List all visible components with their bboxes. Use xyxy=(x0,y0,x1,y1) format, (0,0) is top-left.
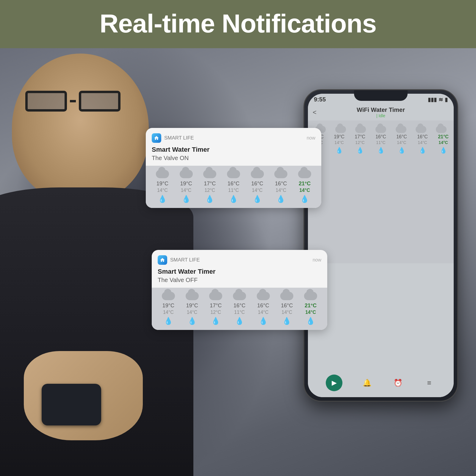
notif1-content: Smart Water Timer The Valve ON xyxy=(146,146,321,166)
notif1-app-row: SMART LIFE xyxy=(152,133,194,143)
fn-cloud-1 xyxy=(156,170,169,178)
bottom-play-button[interactable]: ▶ xyxy=(326,375,342,391)
notif2-header: SMART LIFE now xyxy=(152,250,327,268)
notification-card-2: SMART LIFE now Smart Water Timer The Val… xyxy=(152,250,327,330)
notif1-time: now xyxy=(307,135,315,141)
temp-high-6: 16°C xyxy=(415,134,430,140)
notif1-title: Smart Water Timer xyxy=(152,146,315,154)
fn2-cloud-5 xyxy=(257,292,270,300)
notif2-drops: 💧 💧 💧 💧 💧 💧 💧 xyxy=(156,317,322,325)
phone-screen: 9:55 ▮▮▮ ≋ ▮ < WiFi Water Timer | Idle xyxy=(308,94,454,397)
notif2-app-row: SMART LIFE xyxy=(158,255,200,265)
drop-4: 💧 xyxy=(374,147,388,154)
wifi-icon: ≋ xyxy=(439,96,443,103)
cloud-5 xyxy=(396,126,406,133)
phone-mockup: 9:55 ▮▮▮ ≋ ▮ < WiFi Water Timer | Idle xyxy=(303,89,458,402)
temp-low-6: 14°C xyxy=(415,140,430,145)
phone-temps-high: 19°C 19°C 17°C 16°C 16°C 16°C 21°C xyxy=(308,134,454,140)
hand-held-phone xyxy=(42,384,101,425)
notif1-temps-high: 19°C 19°C 17°C 16°C 16°C 16°C 21°C xyxy=(151,181,317,187)
page-header: Real-time Notifications xyxy=(0,0,476,48)
notif2-app-icon xyxy=(158,255,167,265)
fn2-cloud-4 xyxy=(233,292,246,300)
notif2-weather: 19°C 19°C 17°C 16°C 16°C 16°C 21°C 14°C … xyxy=(152,288,327,330)
play-icon: ▶ xyxy=(332,379,337,387)
fn2-cloud-7 xyxy=(304,292,317,300)
glasses xyxy=(25,91,120,112)
nav-subtitle: | Idle xyxy=(357,113,405,118)
cloud-3 xyxy=(355,126,366,133)
page-title: Real-time Notifications xyxy=(12,8,464,39)
drop-2: 💧 xyxy=(332,147,346,154)
notif1-header: SMART LIFE now xyxy=(146,128,321,146)
nav-bar: < WiFi Water Timer | Idle xyxy=(308,104,454,120)
notif2-clouds xyxy=(156,292,322,300)
notification-card-1: SMART LIFE now Smart Water Timer The Val… xyxy=(146,128,321,208)
phone-weather-area: 19°C 19°C 17°C 16°C 16°C 16°C 21°C 14°C … xyxy=(308,120,454,263)
fn-cloud-2 xyxy=(180,170,193,178)
fn-cloud-3 xyxy=(203,170,216,178)
notif1-drops: 💧 💧 💧 💧 💧 💧 💧 xyxy=(151,195,317,203)
temp-low-5: 14°C xyxy=(394,140,409,145)
notif2-temps-high: 19°C 19°C 17°C 16°C 16°C 16°C 21°C xyxy=(156,303,322,309)
fn-cloud-7 xyxy=(298,170,311,178)
temp-high-3: 17°C xyxy=(353,134,367,140)
notif2-app-name: SMART LIFE xyxy=(170,257,200,263)
fn2-cloud-3 xyxy=(209,292,222,300)
temp-high-5: 16°C xyxy=(394,134,409,140)
cloud-2 xyxy=(335,126,346,133)
phone-clouds-row xyxy=(308,123,454,134)
drop-6: 💧 xyxy=(415,147,430,154)
temp-high-2: 19°C xyxy=(332,134,346,140)
cloud-7 xyxy=(436,126,447,133)
glass-bridge xyxy=(70,100,76,102)
notif2-title: Smart Water Timer xyxy=(158,268,321,275)
bottom-bell-button[interactable]: 🔔 xyxy=(361,376,374,389)
phone-bottom-nav: ▶ 🔔 ⏰ ≡ xyxy=(308,371,454,397)
cloud-6 xyxy=(416,126,426,133)
notif2-body: The Valve OFF xyxy=(158,277,321,284)
person-head xyxy=(12,54,149,202)
battery-icon: ▮ xyxy=(445,96,448,103)
phone-body: 9:55 ▮▮▮ ≋ ▮ < WiFi Water Timer | Idle xyxy=(303,89,458,402)
fn-cloud-5 xyxy=(251,170,264,178)
status-time: 9:55 xyxy=(314,96,326,103)
notif2-time: now xyxy=(313,257,321,263)
bell-icon: 🔔 xyxy=(363,379,372,387)
notif2-content: Smart Water Timer The Valve OFF xyxy=(152,268,327,288)
notif1-temps-low: 14°C 14°C 12°C 11°C 14°C 14°C 14°C xyxy=(151,188,317,193)
notif1-weather: 19°C 19°C 17°C 16°C 16°C 16°C 21°C 14°C … xyxy=(146,166,321,208)
temp-low-7: 14°C xyxy=(436,140,450,145)
fn2-cloud-1 xyxy=(162,292,175,300)
glass-left xyxy=(25,91,67,112)
temp-low-4: 11°C xyxy=(374,140,388,145)
signal-icon: ▮▮▮ xyxy=(428,96,437,103)
cloud-4 xyxy=(375,126,386,133)
menu-icon: ≡ xyxy=(427,379,431,387)
nav-title: WiFi Water Timer xyxy=(357,107,405,113)
glass-right xyxy=(79,91,120,112)
notif1-clouds xyxy=(151,170,317,178)
fn-cloud-6 xyxy=(274,170,287,178)
temp-low-2: 14°C xyxy=(332,140,346,145)
bottom-clock-button[interactable]: ⏰ xyxy=(392,376,405,389)
temp-high-7: 21°C xyxy=(436,134,450,140)
status-icons: ▮▮▮ ≋ ▮ xyxy=(428,96,448,103)
notif1-app-name: SMART LIFE xyxy=(164,135,194,141)
fn-cloud-4 xyxy=(227,170,240,178)
notif1-app-icon xyxy=(152,133,161,143)
phone-notch xyxy=(354,90,408,101)
phone-drops-row: 💧 💧 💧 💧 💧 💧 💧 xyxy=(308,147,454,154)
drop-5: 💧 xyxy=(394,147,409,154)
phone-temps-low: 14°C 14°C 12°C 11°C 14°C 14°C 14°C xyxy=(308,140,454,145)
bottom-menu-button[interactable]: ≡ xyxy=(423,376,436,389)
drop-7: 💧 xyxy=(436,147,450,154)
clock-icon: ⏰ xyxy=(394,379,403,387)
fn2-cloud-2 xyxy=(186,292,199,300)
notif1-body: The Valve ON xyxy=(152,155,315,162)
drop-3: 💧 xyxy=(353,147,367,154)
nav-back-button[interactable]: < xyxy=(313,109,317,116)
notif2-temps-low: 14°C 14°C 12°C 11°C 14°C 14°C 14°C xyxy=(156,310,322,315)
temp-low-3: 12°C xyxy=(353,140,367,145)
fn2-cloud-6 xyxy=(280,292,293,300)
